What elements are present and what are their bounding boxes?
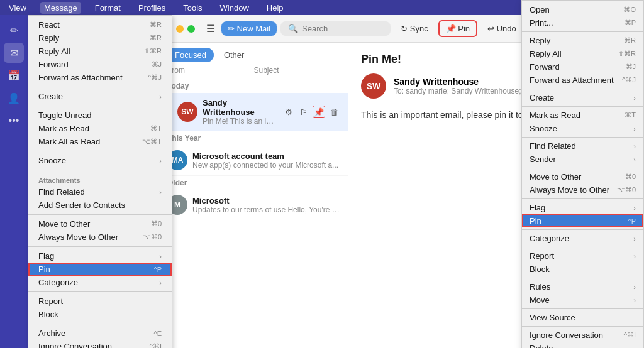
tab-focused[interactable]: Focused [167,48,214,62]
ctx-sep11 [522,326,643,327]
sep1 [28,87,172,87]
email-preview: Pin Me! This is an important email, plea… [203,117,277,126]
ctx-open[interactable]: Open ⌘O [522,3,643,16]
ctx-forward[interactable]: Forward ⌘J [522,60,643,73]
ctx-view-source[interactable]: View Source [522,311,643,324]
minimize-button[interactable] [176,25,184,33]
menubar-view[interactable]: View [5,2,30,14]
delete-icon[interactable]: 🗑 [328,106,340,118]
email-list: Focused Other From Subject Today SW Sand… [160,43,348,348]
sep6 [28,246,172,247]
ctx-categorize[interactable]: Categorize › [522,232,643,245]
email-headers: From Subject [160,62,348,79]
flag-icon[interactable]: 🏳 [297,106,310,118]
menu-forward[interactable]: Forward ⌘J [28,58,172,71]
email-info: Sandy Writtenhouse Pin Me! This is an im… [203,98,277,126]
ctx-move-other[interactable]: Move to Other ⌘0 [522,170,643,183]
sidebar-icon-calendar[interactable]: 📅 [4,65,24,85]
sender-name: Sandy Writtenhouse [203,98,277,117]
ctx-reply-all[interactable]: Reply All ⇧⌘R [522,47,643,60]
menu-categorize[interactable]: Categorize › [28,276,172,289]
menu-toggle-unread[interactable]: Toggle Unread [28,109,172,122]
avatar: SW [177,102,197,122]
subject-header: Subject [254,66,341,75]
menu-reply-all[interactable]: Reply All ⇧⌘R [28,45,172,58]
menu-reply[interactable]: Reply ⌘R [28,31,172,45]
date-today: Today [160,79,348,93]
email-actions: ⚙ 🏳 📌 🗑 [282,106,340,118]
menu-create[interactable]: Create › [28,90,172,103]
table-row[interactable]: MA Microsoft account team New app(s) con… [160,145,348,176]
menu-find-related[interactable]: Find Related › [28,185,172,198]
menu-mark-read[interactable]: Mark as Read ⌘T [28,122,172,135]
sidebar-icon-mail[interactable]: ✉ [4,43,24,63]
menu-archive[interactable]: Archive ^E [28,327,172,340]
ctx-forward-attach[interactable]: Forward as Attachment ^⌘J [522,73,643,87]
ctx-move[interactable]: Move › [522,293,643,307]
menu-report[interactable]: Report [28,295,172,308]
ctx-create[interactable]: Create › [522,91,643,104]
tab-bar: Focused Other [160,43,348,62]
menubar-tools[interactable]: Tools [179,2,206,14]
email-preview: Updates to our terms of use Hello, You'r… [192,205,340,214]
sep5 [28,214,172,215]
menubar-help[interactable]: Help [263,2,287,14]
menu-move-other[interactable]: Move to Other ⌘0 [28,217,172,231]
ctx-sep10 [522,308,643,309]
ctx-pin[interactable]: Pin ^P [522,214,643,227]
sidebar-icon-more[interactable]: ••• [4,111,24,131]
menu-block[interactable]: Block [28,308,172,321]
menu-mark-all-read[interactable]: Mark All as Read ⌥⌘T [28,135,172,148]
sidebar-icon-people[interactable]: 👤 [4,88,24,108]
menubar-format[interactable]: Format [91,2,125,14]
sync-button[interactable]: ↻ Sync [394,21,435,36]
sep7 [28,291,172,292]
sep2 [28,106,172,106]
pin-button[interactable]: 📌 Pin [438,20,477,37]
table-row[interactable]: SW Sandy Writtenhouse Pin Me! This is an… [160,93,348,131]
search-bar[interactable]: 🔍 [280,21,391,36]
menu-flag[interactable]: Flag › [28,249,172,263]
menubar-window[interactable]: Window [216,2,253,14]
new-mail-button[interactable]: ✏ New Mail [221,21,277,36]
menubar-profiles[interactable]: Profiles [135,2,169,14]
table-row[interactable]: M Microsoft Updates to our terms of use … [160,190,348,220]
date-this-year: This Year [160,131,348,145]
attachments-section: Attachments [28,173,172,185]
menu-snooze[interactable]: Snooze › [28,154,172,167]
tab-other[interactable]: Other [216,48,252,62]
menu-pin[interactable]: Pin ^P [28,263,172,276]
ctx-ignore-conversation[interactable]: Ignore Conversation ^⌘I [522,329,643,342]
menu-always-move-other[interactable]: Always Move to Other ⌥⌘0 [28,231,172,244]
ctx-delete[interactable]: Delete [522,342,643,348]
pin-action-icon[interactable]: 📌 [313,106,325,118]
ctx-reply[interactable]: Reply ⌘R [522,34,643,47]
search-input[interactable] [302,24,383,33]
sidebar-icon-compose[interactable]: ✏ [4,20,24,40]
menu-ignore-conversation[interactable]: Ignore Conversation ^⌘I [28,340,172,348]
sender-name: Microsoft account team [192,151,340,161]
gear-icon[interactable]: ⚙ [282,106,295,118]
email-preview: New app(s) connected to your Microsoft a… [192,161,340,170]
ctx-always-move-other[interactable]: Always Move to Other ⌥⌘0 [522,183,643,197]
menu-react[interactable]: React ⌘R [28,18,172,31]
menu-forward-attachment[interactable]: Forward as Attachment ^⌘J [28,71,172,84]
ctx-sep7 [522,229,643,230]
sep8 [28,324,172,324]
ctx-snooze[interactable]: Snooze › [522,122,643,135]
undo-button[interactable]: ↩ Undo [481,21,523,36]
hamburger-button[interactable]: ☰ [204,20,218,37]
left-sidebar: ✏ ✉ 📅 👤 ••• [0,15,28,348]
ctx-block[interactable]: Block [522,263,643,276]
ctx-mark-read[interactable]: Mark as Read ⌘T [522,109,643,122]
ctx-flag[interactable]: Flag › [522,201,643,214]
ctx-rules[interactable]: Rules › [522,280,643,293]
menubar-message[interactable]: Message [40,2,81,14]
menu-add-sender[interactable]: Add Sender to Contacts [28,198,172,212]
ctx-report[interactable]: Report › [522,249,643,263]
ctx-print[interactable]: Print... ⌘P [522,16,643,30]
maximize-button[interactable] [187,25,195,33]
ctx-sep5 [522,168,643,168]
ctx-sender[interactable]: Sender › [522,153,643,166]
ctx-find-related[interactable]: Find Related › [522,139,643,153]
